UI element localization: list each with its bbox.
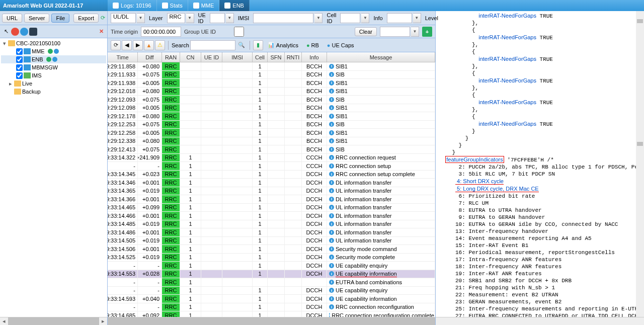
detail-text[interactable]: interRAT-NeedForGaps TRUE }, { interRAT-…	[436, 11, 644, 317]
log-row[interactable]: --RRC11DCCHiRRC connection reconfigurati…	[108, 303, 435, 312]
uldl-combo[interactable]: UL/DL▼	[111, 13, 145, 23]
tree-live[interactable]: ▸Live	[1, 79, 106, 88]
ueid-combo[interactable]: ▼	[210, 13, 234, 23]
export-button[interactable]: Export	[73, 14, 99, 23]
col-time[interactable]: Time	[108, 52, 138, 62]
detail-vscroll[interactable]	[636, 11, 644, 317]
next-icon[interactable]: ▶	[133, 40, 143, 50]
log-row[interactable]: 19:33:14.553+0.028RRC11DCCHiUE capabilit…	[108, 270, 435, 279]
tree-check[interactable]	[16, 56, 23, 63]
info-combo[interactable]: ▼	[387, 13, 421, 23]
log-row[interactable]: 19:33:14.685+0.092RRC11DCCHiRRC connecti…	[108, 311, 435, 317]
log-row[interactable]: 19:29:12.018+0.080RRC1BCCHiSIB1	[108, 88, 435, 96]
log-row[interactable]: 19:29:12.338+0.080RRC1BCCHiSIB1	[108, 137, 435, 146]
log-row[interactable]: 19:29:11.938+0.005RRC1BCCHiSIB1	[108, 79, 435, 88]
col-imsi[interactable]: IMSI	[222, 52, 253, 62]
imsi-combo[interactable]: ▼	[253, 13, 323, 23]
binoculars-icon[interactable]: 🔍	[236, 40, 247, 50]
rb-button[interactable]: ●RB	[303, 41, 323, 50]
log-row[interactable]: --RRC11CCCHiRRC connection setup	[108, 162, 435, 171]
refresh-grid-icon[interactable]: ⟳	[111, 40, 121, 50]
log-row[interactable]: --RRC11DCCHiUE capability enquiry	[108, 287, 435, 295]
tree-node-mbmsgw[interactable]: MBMSGW	[1, 63, 106, 71]
col-message[interactable]: Message	[327, 52, 435, 62]
refresh-icon[interactable]: ⟳	[101, 14, 105, 22]
tree-backup[interactable]: Backup	[1, 88, 106, 96]
col-rnti[interactable]: RNTI	[285, 52, 302, 62]
play-dot[interactable]	[54, 49, 59, 54]
prev-icon[interactable]: ◀	[122, 40, 132, 50]
tab-enb[interactable]: ENB	[219, 0, 250, 11]
record-icon[interactable]	[11, 28, 19, 36]
layer-combo[interactable]: RRC▼	[167, 13, 194, 23]
tab-logs[interactable]: Logs: 10196	[108, 0, 157, 11]
tree-check[interactable]	[16, 64, 23, 71]
tab-mme[interactable]: MME	[188, 0, 220, 11]
log-row[interactable]: 19:33:14.485+0.019RRC11DCCHiUL informati…	[108, 220, 435, 229]
log-row[interactable]: 19:33:14.346+0.001RRC11DCCHiDL informati…	[108, 179, 435, 187]
add-icon[interactable]: +	[422, 27, 432, 37]
close-icon[interactable]: ✕	[97, 28, 105, 36]
warn-icon[interactable]: ▲	[144, 40, 154, 50]
tree-node-ims[interactable]: IMS	[1, 71, 106, 79]
refresh2-icon[interactable]	[20, 28, 28, 36]
log-row[interactable]: 19:33:14.525+0.019RRC11DCCHiSecurity mod…	[108, 254, 435, 262]
log-row[interactable]: 19:33:14.465+0.099RRC11DCCHiUL informati…	[108, 204, 435, 212]
url-button[interactable]: URL	[2, 14, 22, 23]
search-input[interactable]	[190, 40, 235, 50]
left-hscroll[interactable]: ◂▸	[0, 317, 107, 325]
log-row[interactable]: 19:33:14.593+0.040RRC11DCCHiUE capabilit…	[108, 295, 435, 303]
log-row[interactable]: 19:29:12.413+0.075RRC1BCCHiSIB	[108, 145, 435, 154]
log-row[interactable]: 19:33:14.322+241.909RRC11CCCHiRRC connec…	[108, 154, 435, 162]
log-row[interactable]: --RRC1iEUTRA band combinations	[108, 278, 435, 287]
center-hscroll[interactable]	[108, 317, 435, 325]
log-row[interactable]: 19:29:12.098+0.005RRC1BCCHiSIB1	[108, 104, 435, 113]
pause-icon[interactable]	[29, 28, 37, 36]
col-diff[interactable]: Diff	[138, 52, 162, 62]
tree-node-enb[interactable]: ENB	[1, 55, 106, 63]
server-button[interactable]: Server	[24, 14, 49, 23]
log-row[interactable]: 19:33:14.505+0.019RRC11DCCHiUL informati…	[108, 237, 435, 246]
log-row[interactable]: 19:33:14.365+0.019RRC11DCCHiUL informati…	[108, 187, 435, 196]
tree-node-mme[interactable]: MME	[1, 47, 106, 55]
log-row[interactable]: 19:29:12.178+0.080RRC1BCCHiSIB1	[108, 112, 435, 121]
chart-icon[interactable]: ▮	[253, 40, 263, 50]
info-icon: i	[329, 304, 334, 309]
col-cell[interactable]: Cell	[253, 52, 268, 62]
analytics-button[interactable]: 📊Analytics	[264, 40, 302, 50]
col-info[interactable]: Info	[302, 52, 327, 62]
tree-check[interactable]	[16, 72, 23, 79]
log-row[interactable]: --RRC11DCCHiUE capability enquiry	[108, 262, 435, 270]
col-sfn[interactable]: SFN	[268, 52, 285, 62]
col-ueid[interactable]: UE ID	[201, 52, 222, 62]
info-icon: i	[329, 271, 334, 276]
clear-button[interactable]: Clear	[355, 27, 377, 36]
tab-icon	[113, 3, 119, 9]
log-row[interactable]: 19:29:12.253+0.075RRC1BCCHiSIB	[108, 121, 435, 129]
log-row[interactable]: 19:29:11.858+0.080RRC1BCCHiSIB1	[108, 62, 435, 71]
log-row[interactable]: 19:33:14.345+0.023RRC11DCCHiRRC connecti…	[108, 171, 435, 179]
log-row[interactable]: 19:29:12.093+0.075RRC1BCCHiSIB	[108, 96, 435, 104]
col-cn[interactable]: CN	[180, 52, 201, 62]
log-row[interactable]: 19:33:14.366+0.001RRC11DCCHiDL informati…	[108, 195, 435, 204]
time-origin-input[interactable]	[141, 27, 181, 37]
log-row[interactable]: 19:33:14.486+0.001RRC11DCCHiDL informati…	[108, 228, 435, 237]
log-row[interactable]: 19:33:14.466+0.001RRC11DCCHiDL informati…	[108, 212, 435, 220]
log-row[interactable]: 19:29:12.258+0.005RRC1BCCHiSIB1	[108, 129, 435, 137]
tree-check[interactable]	[16, 48, 23, 55]
uecaps-button[interactable]: ●UE Caps	[324, 41, 358, 50]
grid-body[interactable]: 19:29:11.858+0.080RRC1BCCHiSIB119:29:11.…	[108, 62, 435, 317]
file-button[interactable]: File	[51, 14, 69, 23]
play-dot[interactable]	[52, 57, 57, 62]
log-row[interactable]: 19:29:11.933+0.075RRC1BCCHiSIB	[108, 71, 435, 79]
clear-combo[interactable]: ▼	[380, 27, 419, 37]
group-ueid-check[interactable]	[219, 27, 259, 37]
tree-root[interactable]: ▾CBC-2021050100	[1, 39, 106, 47]
log-row[interactable]: 19:33:14.506+0.001RRC11DCCHiSecurity mod…	[108, 245, 435, 254]
cursor-icon[interactable]: ↖	[2, 28, 10, 36]
warn2-icon[interactable]: ⚠	[155, 40, 165, 50]
cellid-combo[interactable]: ▼	[340, 13, 369, 23]
col-ran[interactable]: RAN	[162, 52, 180, 62]
tab-stats[interactable]: Stats	[157, 0, 188, 11]
detail-hscroll[interactable]	[436, 317, 644, 325]
